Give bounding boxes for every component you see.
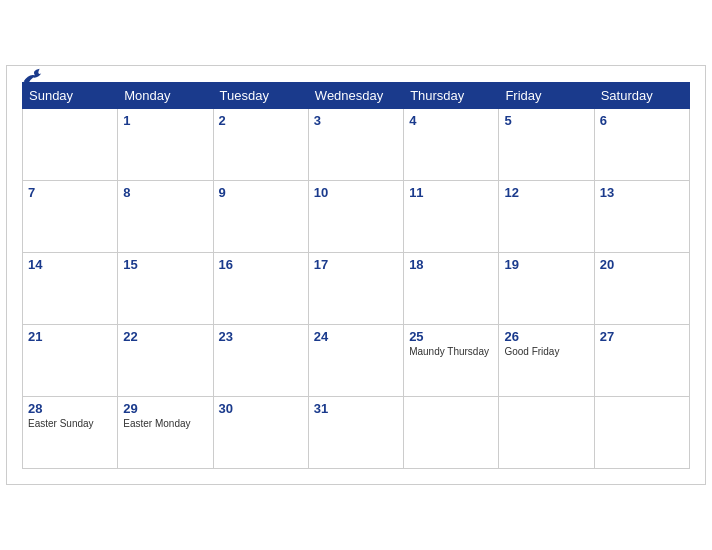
calendar-week-row: 78910111213 [23, 181, 690, 253]
calendar-cell: 13 [594, 181, 689, 253]
calendar-cell [499, 397, 594, 469]
day-number: 13 [600, 185, 684, 200]
calendar-cell: 26Good Friday [499, 325, 594, 397]
calendar-cell: 27 [594, 325, 689, 397]
day-number: 17 [314, 257, 398, 272]
day-number: 7 [28, 185, 112, 200]
day-number: 16 [219, 257, 303, 272]
weekday-header-sunday: Sunday [23, 83, 118, 109]
day-number: 14 [28, 257, 112, 272]
weekday-header-thursday: Thursday [404, 83, 499, 109]
calendar-cell [23, 109, 118, 181]
day-number: 24 [314, 329, 398, 344]
calendar-cell: 11 [404, 181, 499, 253]
day-number: 26 [504, 329, 588, 344]
calendar-cell: 9 [213, 181, 308, 253]
weekday-header-wednesday: Wednesday [308, 83, 403, 109]
holiday-name: Maundy Thursday [409, 346, 493, 357]
day-number: 15 [123, 257, 207, 272]
calendar-cell: 30 [213, 397, 308, 469]
day-number: 1 [123, 113, 207, 128]
weekday-header-row: SundayMondayTuesdayWednesdayThursdayFrid… [23, 83, 690, 109]
calendar-cell: 4 [404, 109, 499, 181]
calendar-cell: 5 [499, 109, 594, 181]
day-number: 8 [123, 185, 207, 200]
day-number: 21 [28, 329, 112, 344]
weekday-header-monday: Monday [118, 83, 213, 109]
calendar-cell: 15 [118, 253, 213, 325]
calendar-week-row: 28Easter Sunday29Easter Monday3031 [23, 397, 690, 469]
day-number: 29 [123, 401, 207, 416]
day-number: 12 [504, 185, 588, 200]
calendar-cell: 21 [23, 325, 118, 397]
day-number: 3 [314, 113, 398, 128]
calendar-cell: 31 [308, 397, 403, 469]
calendar-cell: 16 [213, 253, 308, 325]
day-number: 27 [600, 329, 684, 344]
calendar-cell: 1 [118, 109, 213, 181]
day-number: 30 [219, 401, 303, 416]
day-number: 4 [409, 113, 493, 128]
calendar-cell: 29Easter Monday [118, 397, 213, 469]
calendar-cell: 24 [308, 325, 403, 397]
calendar-table: SundayMondayTuesdayWednesdayThursdayFrid… [22, 82, 690, 469]
calendar-cell: 12 [499, 181, 594, 253]
day-number: 18 [409, 257, 493, 272]
holiday-name: Easter Monday [123, 418, 207, 429]
day-number: 22 [123, 329, 207, 344]
calendar-cell: 18 [404, 253, 499, 325]
day-number: 31 [314, 401, 398, 416]
day-number: 9 [219, 185, 303, 200]
calendar-week-row: 123456 [23, 109, 690, 181]
weekday-header-friday: Friday [499, 83, 594, 109]
day-number: 25 [409, 329, 493, 344]
holiday-name: Easter Sunday [28, 418, 112, 429]
day-number: 11 [409, 185, 493, 200]
calendar-cell: 23 [213, 325, 308, 397]
day-number: 5 [504, 113, 588, 128]
logo-bird-icon [22, 67, 46, 85]
calendar-cell [404, 397, 499, 469]
day-number: 28 [28, 401, 112, 416]
calendar-cell [594, 397, 689, 469]
calendar-cell: 28Easter Sunday [23, 397, 118, 469]
weekday-header-saturday: Saturday [594, 83, 689, 109]
calendar-cell: 6 [594, 109, 689, 181]
weekday-header-tuesday: Tuesday [213, 83, 308, 109]
calendar-cell: 25Maundy Thursday [404, 325, 499, 397]
calendar-cell: 20 [594, 253, 689, 325]
calendar-cell: 8 [118, 181, 213, 253]
day-number: 6 [600, 113, 684, 128]
calendar-cell: 10 [308, 181, 403, 253]
logo [22, 67, 49, 85]
day-number: 23 [219, 329, 303, 344]
calendar-cell: 22 [118, 325, 213, 397]
calendar-week-row: 14151617181920 [23, 253, 690, 325]
calendar-cell: 2 [213, 109, 308, 181]
day-number: 19 [504, 257, 588, 272]
day-number: 10 [314, 185, 398, 200]
calendar-cell: 7 [23, 181, 118, 253]
calendar-cell: 3 [308, 109, 403, 181]
holiday-name: Good Friday [504, 346, 588, 357]
calendar-container: SundayMondayTuesdayWednesdayThursdayFrid… [6, 65, 706, 485]
calendar-week-row: 2122232425Maundy Thursday26Good Friday27 [23, 325, 690, 397]
day-number: 2 [219, 113, 303, 128]
calendar-cell: 19 [499, 253, 594, 325]
calendar-cell: 17 [308, 253, 403, 325]
day-number: 20 [600, 257, 684, 272]
calendar-cell: 14 [23, 253, 118, 325]
